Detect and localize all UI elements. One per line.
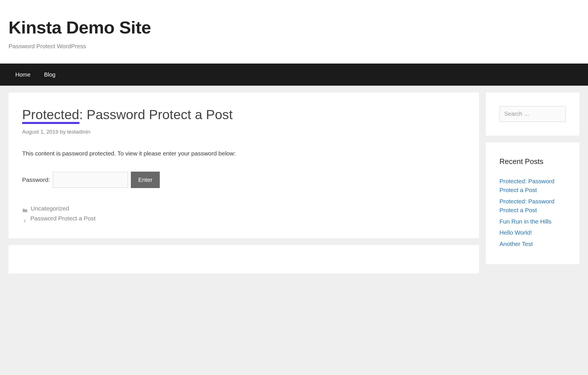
recent-posts-list: Protected: Password Protect a Post Prote… <box>499 177 566 248</box>
prev-post-link[interactable]: Password Protect a Post <box>30 214 96 223</box>
chevron-left-icon <box>24 216 26 220</box>
recent-posts-widget: Recent Posts Protected: Password Protect… <box>486 142 579 264</box>
site-content: Protected: Password Protect a Post Augus… <box>0 86 588 280</box>
category-row: Uncategorized <box>22 204 465 213</box>
site-description: Password Protect WordPress <box>9 42 579 51</box>
folder-icon <box>22 206 28 211</box>
search-widget <box>486 92 579 136</box>
entry-date: August 1, 2019 <box>22 129 58 135</box>
entry-by-label: by <box>60 129 66 135</box>
entry-title: Protected: Password Protect a Post <box>22 107 465 123</box>
article-card: Protected: Password Protect a Post Augus… <box>9 92 479 238</box>
recent-post-item[interactable]: Protected: Password Protect a Post <box>499 197 566 215</box>
recent-post-item[interactable]: Fun Run in the Hills <box>499 217 566 226</box>
sidebar: Recent Posts Protected: Password Protect… <box>486 92 579 264</box>
recent-posts-title: Recent Posts <box>499 156 566 167</box>
recent-post-item[interactable]: Hello World! <box>499 228 566 237</box>
main-content: Protected: Password Protect a Post Augus… <box>9 92 479 273</box>
password-form: Password: Enter <box>22 172 465 188</box>
site-title[interactable]: Kinsta Demo Site <box>9 14 579 41</box>
site-header: Kinsta Demo Site Password Protect WordPr… <box>0 0 588 64</box>
recent-post-item[interactable]: Protected: Password Protect a Post <box>499 177 566 195</box>
category-link[interactable]: Uncategorized <box>31 204 69 213</box>
blank-card <box>9 245 479 273</box>
password-input[interactable] <box>53 172 128 188</box>
nav-item-home[interactable]: Home <box>9 64 37 86</box>
password-label: Password: <box>22 175 50 184</box>
nav-list: Home Blog <box>0 64 588 86</box>
nav-item-blog[interactable]: Blog <box>37 64 62 86</box>
entry-content: This content is password protected. To v… <box>22 149 465 158</box>
prev-post-row: Password Protect a Post <box>22 214 465 223</box>
password-submit-button[interactable]: Enter <box>131 172 160 188</box>
main-nav: Home Blog <box>0 64 588 86</box>
search-input[interactable] <box>499 106 566 122</box>
recent-post-item[interactable]: Another Test <box>499 239 566 248</box>
entry-footer: Uncategorized Password Protect a Post <box>22 204 465 223</box>
entry-author: testadmin <box>67 129 90 135</box>
entry-meta: August 1, 2019 by testadmin <box>22 128 465 136</box>
